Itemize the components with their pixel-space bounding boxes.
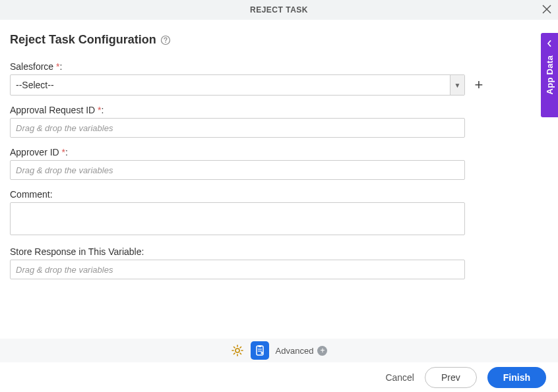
salesforce-select[interactable]: --Select-- ▼	[10, 74, 465, 96]
add-salesforce-icon[interactable]: +	[472, 78, 486, 92]
field-salesforce: Salesforce *: --Select-- ▼ +	[10, 61, 548, 96]
form-content: Reject Task Configuration Salesforce *: …	[0, 20, 558, 295]
cancel-button[interactable]: Cancel	[385, 372, 414, 383]
app-data-tab[interactable]: App Data	[541, 33, 558, 117]
svg-rect-6	[258, 345, 261, 347]
salesforce-label: Salesforce *:	[10, 61, 548, 72]
advanced-label: Advanced	[276, 346, 314, 356]
svg-point-4	[235, 349, 239, 352]
field-comment: Comment:	[10, 189, 548, 237]
page-title-row: Reject Task Configuration	[10, 33, 548, 47]
advanced-button[interactable]: Advanced +	[276, 346, 328, 356]
field-store-response: Store Response in This Variable:	[10, 246, 548, 279]
prev-button[interactable]: Prev	[425, 367, 477, 388]
page-title: Reject Task Configuration	[10, 33, 156, 47]
dialog-footer: Cancel Prev Finish	[0, 362, 558, 392]
field-approval-request: Approval Request ID *:	[10, 105, 548, 138]
svg-point-3	[165, 42, 166, 43]
plus-circle-icon: +	[317, 346, 327, 356]
chevron-down-icon: ▼	[450, 75, 464, 95]
app-data-label: App Data	[545, 55, 555, 94]
bottom-toolbar: Advanced +	[0, 339, 558, 362]
help-icon[interactable]	[160, 35, 171, 45]
dialog-header: REJECT TASK	[0, 0, 558, 20]
comment-input[interactable]	[10, 202, 465, 235]
close-icon[interactable]	[542, 4, 551, 16]
chevron-left-icon	[546, 38, 553, 49]
finish-button[interactable]: Finish	[487, 367, 546, 388]
approver-id-label: Approver ID *:	[10, 147, 548, 157]
field-approver-id: Approver ID *:	[10, 147, 548, 180]
approver-id-input[interactable]	[10, 160, 465, 180]
approval-request-label: Approval Request ID *:	[10, 105, 548, 115]
gear-icon[interactable]	[231, 344, 244, 357]
form-icon[interactable]	[251, 341, 269, 360]
salesforce-selected-value: --Select--	[11, 75, 450, 95]
approval-request-input[interactable]	[10, 118, 465, 138]
store-response-input[interactable]	[10, 260, 465, 279]
comment-label: Comment:	[10, 189, 548, 200]
dialog-title: REJECT TASK	[250, 5, 308, 14]
store-response-label: Store Response in This Variable:	[10, 246, 548, 257]
